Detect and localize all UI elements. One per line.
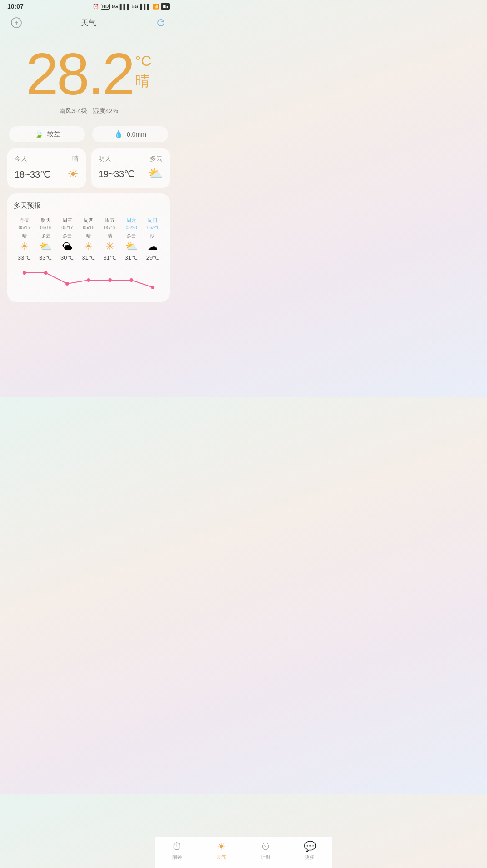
forecast-weather-label: 多云: [63, 233, 72, 239]
forecast-day-label: 周三: [62, 217, 72, 223]
forecast-date: 05/18: [83, 225, 94, 231]
forecast-title: 多天预报: [14, 202, 164, 210]
forecast-date: 05/20: [126, 225, 137, 231]
forecast-weather-icon: 🌥: [62, 242, 72, 252]
add-button[interactable]: [9, 15, 24, 30]
temperature-unit: °C: [135, 53, 152, 69]
svg-point-5: [65, 282, 69, 286]
forecast-day-col: 今天 05/15 晴 ☀ 33℃: [14, 217, 35, 261]
forecast-weather-icon: ☁: [148, 242, 158, 252]
weather-description: 晴: [135, 71, 150, 91]
forecast-day-col: 明天 05/16 多云 ⛅ 33℃: [35, 217, 56, 261]
temperature-display: 28.2 °C 晴: [0, 44, 177, 104]
aqi-pill: 🍃 较差: [9, 126, 85, 142]
forecast-date: 05/19: [104, 225, 116, 231]
tomorrow-weather-icon: ⛅: [148, 167, 163, 181]
forecast-section: 多天预报 今天 05/15 晴 ☀ 33℃ 明天 05/16 多云 ⛅ 33℃ …: [7, 193, 170, 302]
signal-5g-1: 5G: [112, 4, 118, 9]
tomorrow-card-top: 明天 多云: [99, 155, 163, 163]
hd-icon: HD: [101, 4, 110, 10]
forecast-weather-label: 多云: [127, 233, 136, 239]
forecast-weather-icon: ☀: [20, 242, 29, 252]
wifi-icon: 📶: [153, 4, 159, 10]
forecast-temp: 33℃: [18, 254, 31, 261]
forecast-day-label: 周五: [105, 217, 115, 223]
forecast-temp: 33℃: [39, 254, 52, 261]
status-icons: ⏰ HD 5G ▌▌▌ 5G ▌▌▌ 📶 85: [93, 3, 170, 10]
forecast-weather-label: 晴: [22, 233, 27, 239]
forecast-day-col: 周五 05/19 晴 ☀ 31℃: [99, 217, 121, 261]
today-weather-desc: 晴: [72, 155, 79, 163]
status-time: 10:07: [7, 3, 24, 10]
battery-indicator: 85: [161, 3, 170, 10]
aqi-value: 较差: [47, 130, 60, 138]
forecast-weather-icon: ☀: [84, 242, 93, 252]
forecast-day-col: 周六 05/20 多云 ⛅ 31℃: [121, 217, 142, 261]
forecast-day-col: 周三 05/17 多云 🌥 30℃: [56, 217, 78, 261]
today-temp-range: 18~33℃: [15, 169, 50, 180]
today-card-top: 今天 晴: [15, 155, 79, 163]
forecast-grid: 今天 05/15 晴 ☀ 33℃ 明天 05/16 多云 ⛅ 33℃ 周三 05…: [14, 217, 164, 261]
humidity-info: 湿度42%: [93, 107, 118, 114]
forecast-temp: 31℃: [125, 254, 138, 261]
rain-value: 0.0mm: [127, 131, 146, 138]
signal-bars-1: ▌▌▌: [120, 4, 130, 9]
forecast-day-col: 周日 05/21 阴 ☁ 29℃: [142, 217, 164, 261]
svg-point-3: [23, 271, 26, 275]
forecast-weather-icon: ☀: [105, 242, 114, 252]
tomorrow-label: 明天: [99, 155, 111, 163]
forecast-day-label: 明天: [41, 217, 51, 223]
current-weather-section: 28.2 °C 晴 南风3-4级 湿度42%: [0, 35, 177, 120]
forecast-day-col: 周四 05/18 晴 ☀ 31℃: [78, 217, 99, 261]
rain-pill: 💧 0.0mm: [92, 126, 168, 142]
forecast-temp: 31℃: [82, 254, 95, 261]
unit-weather-group: °C 晴: [135, 44, 152, 91]
tomorrow-card: 明天 多云 19~33℃ ⛅: [91, 148, 170, 188]
refresh-button[interactable]: [154, 15, 168, 30]
svg-point-8: [130, 278, 134, 282]
today-card-bottom: 18~33℃ ☀: [15, 167, 79, 182]
forecast-temp: 29℃: [146, 254, 159, 261]
signal-5g-2: 5G: [132, 4, 138, 9]
forecast-date: 05/15: [19, 225, 30, 231]
svg-point-7: [108, 278, 112, 282]
wind-humidity-info: 南风3-4级 湿度42%: [0, 107, 177, 115]
svg-point-4: [44, 271, 48, 275]
day-cards-row: 今天 晴 18~33℃ ☀ 明天 多云 19~33℃ ⛅: [7, 148, 170, 188]
forecast-day-label: 周四: [84, 217, 94, 223]
forecast-weather-label: 多云: [41, 233, 50, 239]
status-bar: 10:07 ⏰ HD 5G ▌▌▌ 5G ▌▌▌ 📶 85: [0, 0, 177, 12]
forecast-temp: 31℃: [103, 254, 116, 261]
signal-bars-2: ▌▌▌: [140, 4, 150, 9]
forecast-weather-icon: ⛅: [40, 242, 52, 252]
today-card: 今天 晴 18~33℃ ☀: [7, 148, 86, 188]
temperature-value: 28.2: [26, 44, 134, 104]
forecast-day-label: 今天: [20, 217, 30, 223]
forecast-date: 05/21: [147, 225, 159, 231]
app-header: 天气: [0, 12, 177, 35]
forecast-date: 05/17: [61, 225, 73, 231]
page-title: 天气: [81, 18, 96, 28]
rain-icon: 💧: [114, 130, 123, 138]
svg-point-9: [151, 286, 155, 289]
forecast-weather-label: 晴: [86, 233, 91, 239]
tomorrow-weather-desc: 多云: [150, 155, 163, 163]
tomorrow-card-bottom: 19~33℃ ⛅: [99, 167, 163, 181]
forecast-weather-label: 阴: [150, 233, 155, 239]
info-pills-row: 🍃 较差 💧 0.0mm: [9, 126, 168, 142]
aqi-icon: 🍃: [35, 130, 44, 138]
wind-info: 南风3-4级: [59, 107, 87, 114]
forecast-weather-icon: ⛅: [125, 242, 138, 252]
forecast-date: 05/16: [40, 225, 51, 231]
svg-point-6: [87, 278, 90, 282]
tomorrow-temp-range: 19~33℃: [99, 168, 134, 179]
forecast-day-label: 周六: [126, 217, 136, 223]
today-label: 今天: [15, 155, 27, 163]
alarm-icon: ⏰: [93, 4, 99, 10]
today-weather-icon: ☀: [67, 167, 79, 182]
forecast-weather-label: 晴: [108, 233, 112, 239]
forecast-day-label: 周日: [148, 217, 158, 223]
forecast-temp: 30℃: [60, 254, 74, 261]
trend-chart: [14, 265, 164, 292]
